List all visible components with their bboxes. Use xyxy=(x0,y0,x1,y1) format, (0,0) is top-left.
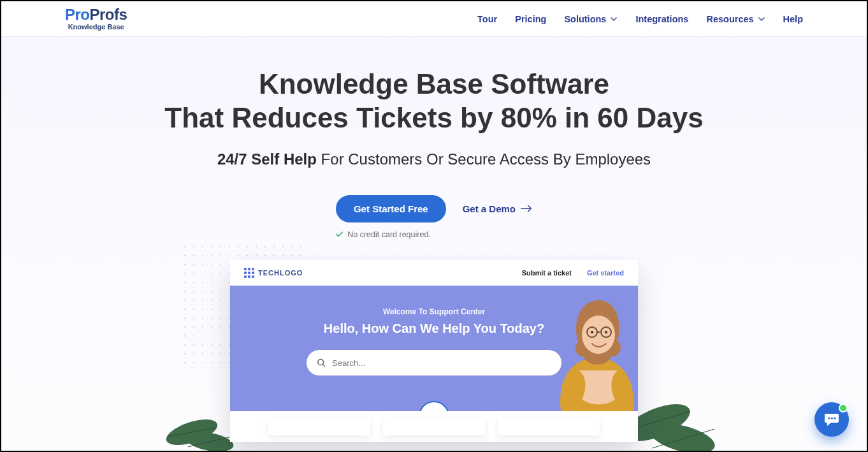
hero-subtitle: 24/7 Self Help For Customers Or Secure A… xyxy=(27,150,841,168)
preview-wrap: TECHLOGO Submit a ticket Get started Wel… xyxy=(211,260,657,442)
nav-integrations-label: Integrations xyxy=(635,14,688,24)
person-illustration xyxy=(549,286,638,411)
preview-search-input[interactable]: Search... xyxy=(307,350,561,375)
svg-point-11 xyxy=(831,417,833,419)
brand-logo-part1: Pro xyxy=(65,6,90,23)
svg-point-8 xyxy=(591,331,593,333)
hero-title-line2: That Reduces Tickets by 80% in 60 Days xyxy=(27,101,841,135)
preview-brand-logo: TECHLOGO xyxy=(244,268,303,278)
hero-section: Knowledge Base Software That Reduces Tic… xyxy=(1,37,867,442)
nav-help[interactable]: Help xyxy=(783,14,803,24)
nav-pricing-label: Pricing xyxy=(515,14,546,24)
hero-title: Knowledge Base Software That Reduces Tic… xyxy=(27,68,841,135)
brand-logo-subtitle: Knowledge Base xyxy=(65,24,127,31)
brand-logo-part2: Profs xyxy=(90,6,127,23)
preview-submit-ticket-link[interactable]: Submit a ticket xyxy=(522,269,572,277)
preview-header-links: Submit a ticket Get started xyxy=(522,269,624,277)
search-icon xyxy=(317,358,326,367)
nav-integrations[interactable]: Integrations xyxy=(635,14,688,24)
preview-card-strip xyxy=(230,411,638,442)
get-demo-link[interactable]: Get a Demo xyxy=(463,203,532,214)
preview-placeholder-card xyxy=(383,418,485,435)
nav-tour[interactable]: Tour xyxy=(477,14,497,24)
main-nav: Tour Pricing Solutions Integrations Reso… xyxy=(477,14,803,24)
nav-help-label: Help xyxy=(783,14,803,24)
cta-row: Get Started Free Get a Demo xyxy=(336,195,532,222)
cta-note-text: No credit card required. xyxy=(347,230,431,239)
preview-header: TECHLOGO Submit a ticket Get started xyxy=(230,260,638,286)
hero-subtitle-bold: 24/7 Self Help xyxy=(217,150,317,168)
site-header: ProProfs Knowledge Base Tour Pricing Sol… xyxy=(1,1,867,37)
preview-search-placeholder: Search... xyxy=(332,358,365,368)
preview-card: TECHLOGO Submit a ticket Get started Wel… xyxy=(230,260,638,442)
hero-title-line1: Knowledge Base Software xyxy=(259,68,609,99)
preview-get-started-link[interactable]: Get started xyxy=(587,269,624,277)
nav-resources[interactable]: Resources xyxy=(706,14,765,24)
hero-subtitle-rest: For Customers Or Secure Access By Employ… xyxy=(317,150,651,168)
get-demo-label: Get a Demo xyxy=(463,203,516,214)
brand-logo[interactable]: ProProfs Knowledge Base xyxy=(65,7,127,31)
nav-solutions[interactable]: Solutions xyxy=(564,14,618,24)
nav-resources-label: Resources xyxy=(706,14,753,24)
nav-tour-label: Tour xyxy=(477,14,497,24)
play-video-button[interactable] xyxy=(419,401,449,411)
preview-brand-text: TECHLOGO xyxy=(258,269,303,277)
svg-point-12 xyxy=(834,417,835,419)
chat-icon xyxy=(823,411,840,428)
nav-pricing[interactable]: Pricing xyxy=(515,14,546,24)
chevron-down-icon xyxy=(610,15,618,23)
chat-widget-button[interactable] xyxy=(814,402,849,437)
nav-solutions-label: Solutions xyxy=(564,14,606,24)
chevron-down-icon xyxy=(758,15,765,23)
brand-logo-text: ProProfs xyxy=(65,7,127,22)
svg-point-9 xyxy=(605,331,607,333)
svg-point-10 xyxy=(828,417,830,419)
arrow-right-icon xyxy=(521,205,532,212)
check-icon xyxy=(335,230,344,238)
cta-note: No credit card required. xyxy=(335,230,431,239)
preview-placeholder-card xyxy=(498,418,600,435)
preview-brand-icon xyxy=(244,268,254,278)
preview-banner: Welcome To Support Center Hello, How Can… xyxy=(230,286,638,411)
get-started-button[interactable]: Get Started Free xyxy=(336,195,446,222)
preview-placeholder-card xyxy=(268,418,370,435)
